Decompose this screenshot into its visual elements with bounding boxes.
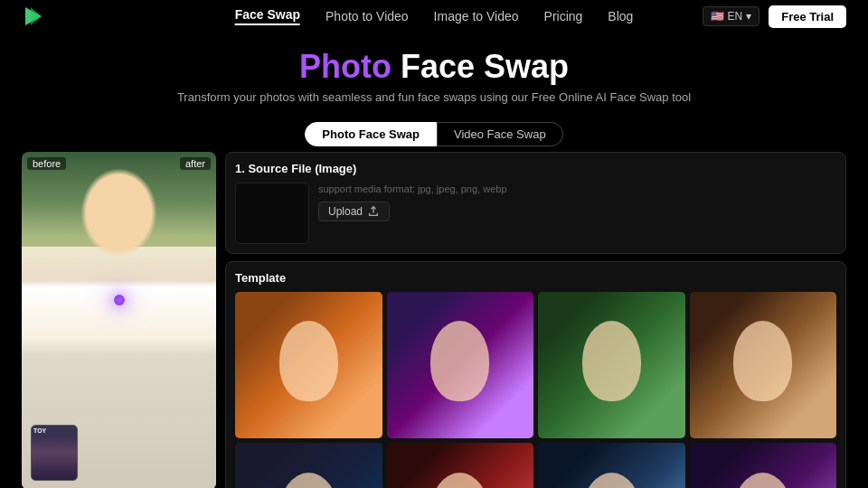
upload-icon [367,205,380,218]
template-item-6[interactable] [387,443,534,488]
template-grid [235,292,836,488]
source-preview-box[interactable] [235,183,309,244]
upload-label: Upload [328,205,363,218]
template-section-title: Template [235,271,836,285]
source-upload-area: support media format: jpg, jpeg, png, we… [235,183,836,244]
navbar: Face Swap Photo to Video Image to Video … [0,0,868,33]
tab-bar: Photo Face Swap Video Face Swap [0,122,868,146]
source-upload-button[interactable]: Upload [318,202,390,221]
tab-video-face-swap[interactable]: Video Face Swap [437,122,563,146]
before-label: before [27,157,66,170]
template-item-8[interactable] [690,443,837,488]
template-item-1[interactable] [235,292,382,439]
svg-marker-1 [31,7,42,25]
nav-links: Face Swap Photo to Video Image to Video … [235,7,634,25]
chevron-down-icon: ▾ [746,10,751,23]
flag-icon: 🇺🇸 [711,10,724,23]
tab-photo-face-swap[interactable]: Photo Face Swap [305,122,437,146]
free-trial-button[interactable]: Free Trial [769,5,846,28]
nav-pricing[interactable]: Pricing [544,9,583,23]
glow-effect [114,295,125,305]
source-section-title: 1. Source File (Image) [235,162,836,175]
hero-subtitle: Transform your photos with seamless and … [0,90,868,104]
after-label: after [180,157,211,170]
nav-photo-to-video[interactable]: Photo to Video [326,9,409,23]
nav-blog[interactable]: Blog [608,9,633,23]
main-content: before after TOY 1. Source File (Image) … [0,146,868,488]
hero-title: Photo Face Swap [0,49,868,85]
template-item-7[interactable] [538,443,685,488]
nav-face-swap[interactable]: Face Swap [235,7,300,25]
lang-button[interactable]: 🇺🇸 EN ▾ [703,6,760,26]
thumbnail-overlay: TOY [31,425,78,481]
hero-title-rest: Face Swap [392,48,569,85]
thumbnail-label: TOY [33,427,46,434]
template-item-3[interactable] [538,292,685,439]
right-panel: 1. Source File (Image) support media for… [225,152,846,488]
nav-image-to-video[interactable]: Image to Video [434,9,519,23]
lang-label: EN [728,10,743,23]
hero-title-colored: Photo [299,48,392,85]
template-item-4[interactable] [690,292,837,439]
preview-panel: before after TOY [22,152,216,488]
source-format-text: support media format: jpg, jpeg, png, we… [318,183,836,196]
source-upload-info: support media format: jpg, jpeg, png, we… [318,183,836,221]
hero-section: Photo Face Swap Transform your photos wi… [0,33,868,113]
thumbnail-person [32,426,77,480]
template-item-5[interactable] [235,443,382,488]
template-section: Template [225,261,846,488]
source-file-section: 1. Source File (Image) support media for… [225,152,846,254]
logo[interactable] [22,4,47,29]
logo-icon [22,4,47,29]
navbar-right: 🇺🇸 EN ▾ Free Trial [703,5,846,28]
template-item-2[interactable] [387,292,534,439]
